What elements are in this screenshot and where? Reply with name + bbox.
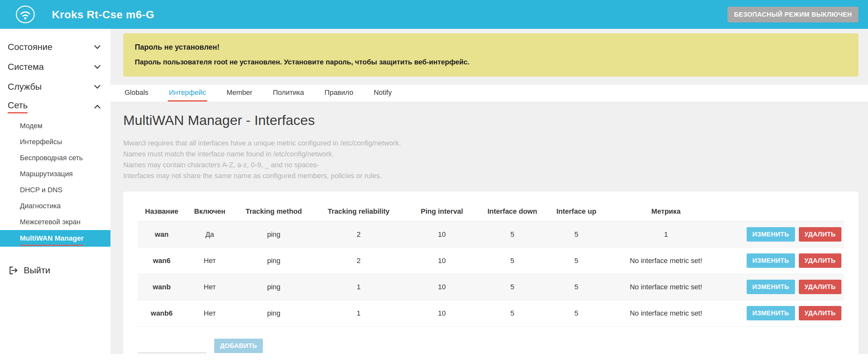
- table-row: wan6 Нет ping 2 10 5 5 No interface metr…: [138, 248, 844, 274]
- table-cell: 10: [403, 221, 480, 248]
- table-row: wan Да ping 2 10 5 5 1 ИЗМЕНИТЬУДАЛИТЬ: [138, 221, 844, 248]
- logout-button[interactable]: Выйти: [0, 265, 111, 275]
- sidebar-item-network[interactable]: Сеть: [0, 97, 111, 117]
- sidebar-subitem-modem[interactable]: Модем: [0, 118, 111, 134]
- sidebar-item-label: Службы: [8, 82, 42, 92]
- table-cell: ping: [234, 300, 314, 327]
- table-cell: 5: [544, 300, 608, 327]
- sidebar-item-status[interactable]: Состояние: [0, 37, 111, 57]
- sidebar-subitem-diagnostics[interactable]: Диагностика: [0, 198, 111, 214]
- delete-button[interactable]: УДАЛИТЬ: [799, 280, 841, 294]
- table-cell: Да: [186, 221, 234, 248]
- description-line: Interfaces may not share the same name a…: [123, 171, 858, 181]
- header: Kroks Rt-Cse m6-G БЕЗОПАСНЫЙ РЕЖИМ ВЫКЛЮ…: [0, 0, 868, 29]
- alert-title: Пароль не установлен!: [135, 43, 847, 52]
- edit-button[interactable]: ИЗМЕНИТЬ: [747, 253, 795, 268]
- sidebar-subitem-label: MultiWAN Manager: [20, 234, 84, 246]
- interface-name-cell: wan6: [138, 248, 186, 274]
- table-row: wanb Нет ping 1 10 5 5 No interface metr…: [138, 274, 844, 300]
- interfaces-table: Название Включен Tracking method Trackin…: [138, 203, 844, 327]
- edit-button[interactable]: ИЗМЕНИТЬ: [747, 280, 795, 294]
- table-cell: 1: [314, 300, 403, 327]
- table-cell: 5: [544, 274, 608, 300]
- sidebar-subitem-interfaces[interactable]: Интерфейсы: [0, 134, 111, 150]
- description-line: Names must match the interface name foun…: [123, 149, 858, 159]
- page-description: Mwan3 requires that all interfaces have …: [123, 138, 858, 181]
- row-actions: ИЗМЕНИТЬУДАЛИТЬ: [723, 221, 844, 248]
- delete-button[interactable]: УДАЛИТЬ: [799, 227, 841, 242]
- wifi-logo-icon: [16, 5, 35, 24]
- col-header-enabled: Включен: [186, 203, 234, 221]
- table-cell: 5: [544, 248, 608, 274]
- chevron-down-icon: [94, 82, 100, 89]
- table-cell: 10: [403, 274, 480, 300]
- table-cell: ping: [234, 248, 314, 274]
- table-cell: No interface metric set!: [608, 274, 723, 300]
- table-cell: 5: [480, 274, 544, 300]
- col-header-actions: [723, 203, 844, 221]
- table-cell: 1: [314, 274, 403, 300]
- col-header-ping-interval: Ping interval: [403, 203, 480, 221]
- delete-button[interactable]: УДАЛИТЬ: [799, 306, 841, 321]
- interface-name-cell: wanb: [138, 274, 186, 300]
- col-header-tracking-method: Tracking method: [234, 203, 314, 221]
- delete-button[interactable]: УДАЛИТЬ: [799, 253, 841, 268]
- sidebar-subitem-routing[interactable]: Маршрутизация: [0, 166, 111, 182]
- table-cell: 1: [608, 221, 723, 248]
- tab-notify[interactable]: Notify: [372, 85, 393, 101]
- table-cell: Нет: [186, 274, 234, 300]
- interface-name-cell: wan: [138, 221, 186, 248]
- interface-name-cell: wanb6: [138, 300, 186, 327]
- table-cell: 10: [403, 248, 480, 274]
- table-cell: 5: [544, 221, 608, 248]
- table-cell: ping: [234, 274, 314, 300]
- table-row: wanb6 Нет ping 1 10 5 5 No interface met…: [138, 300, 844, 327]
- add-button[interactable]: ДОБАВИТЬ: [214, 339, 263, 353]
- tab-member[interactable]: Member: [225, 85, 254, 101]
- row-actions: ИЗМЕНИТЬУДАЛИТЬ: [723, 300, 844, 327]
- table-cell: 5: [480, 300, 544, 327]
- chevron-down-icon: [94, 62, 100, 69]
- tab-rule[interactable]: Правило: [323, 85, 355, 101]
- sidebar: Состояние Система Службы Сеть Модем Инте…: [0, 29, 111, 363]
- table-cell: ping: [234, 221, 314, 248]
- sidebar-item-label: Сеть: [8, 100, 28, 114]
- table-cell: 10: [403, 300, 480, 327]
- table-cell: Нет: [186, 300, 234, 327]
- safe-mode-button[interactable]: БЕЗОПАСНЫЙ РЕЖИМ ВЫКЛЮЧЕН: [727, 7, 858, 23]
- sidebar-subitem-firewall[interactable]: Межсетевой экран: [0, 214, 111, 230]
- table-cell: Нет: [186, 248, 234, 274]
- table-cell: 2: [314, 248, 403, 274]
- sidebar-item-label: Система: [8, 62, 44, 72]
- tab-policy[interactable]: Политика: [272, 85, 305, 101]
- tab-globals[interactable]: Globals: [123, 85, 150, 101]
- page-content: MultiWAN Manager - Interfaces Mwan3 requ…: [111, 101, 868, 354]
- new-interface-input[interactable]: [138, 341, 207, 353]
- tab-interface[interactable]: Интерфейс: [168, 85, 208, 101]
- sidebar-item-label: Состояние: [8, 42, 53, 52]
- sidebar-item-services[interactable]: Службы: [0, 77, 111, 97]
- tab-bar: Globals Интерфейс Member Политика Правил…: [111, 85, 868, 101]
- table-header-row: Название Включен Tracking method Trackin…: [138, 203, 844, 221]
- app-title: Kroks Rt-Cse m6-G: [52, 8, 154, 21]
- edit-button[interactable]: ИЗМЕНИТЬ: [747, 227, 795, 242]
- main-content: Пароль не установлен! Пароль пользовател…: [111, 29, 868, 354]
- description-line: Mwan3 requires that all interfaces have …: [123, 138, 858, 149]
- password-warning-alert: Пароль не установлен! Пароль пользовател…: [123, 33, 858, 77]
- row-actions: ИЗМЕНИТЬУДАЛИТЬ: [723, 274, 844, 300]
- col-header-interface-down: Interface down: [480, 203, 544, 221]
- app: Kroks Rt-Cse m6-G БЕЗОПАСНЫЙ РЕЖИМ ВЫКЛЮ…: [0, 0, 868, 363]
- sidebar-subitem-wireless[interactable]: Беспроводная сеть: [0, 150, 111, 166]
- sidebar-subitem-dhcp-dns[interactable]: DHCP и DNS: [0, 182, 111, 198]
- alert-message: Пароль пользователя root не установлен. …: [135, 58, 847, 66]
- col-header-tracking-reliability: Tracking reliability: [314, 203, 403, 221]
- sidebar-subitem-multiwan-manager[interactable]: MultiWAN Manager: [0, 230, 111, 247]
- col-header-name: Название: [138, 203, 186, 221]
- table-cell: No interface metric set!: [608, 248, 723, 274]
- sidebar-item-system[interactable]: Система: [0, 57, 111, 77]
- edit-button[interactable]: ИЗМЕНИТЬ: [747, 306, 795, 321]
- row-actions: ИЗМЕНИТЬУДАЛИТЬ: [723, 248, 844, 274]
- chevron-down-icon: [94, 42, 100, 49]
- col-header-interface-up: Interface up: [544, 203, 608, 221]
- logout-label: Выйти: [24, 265, 50, 275]
